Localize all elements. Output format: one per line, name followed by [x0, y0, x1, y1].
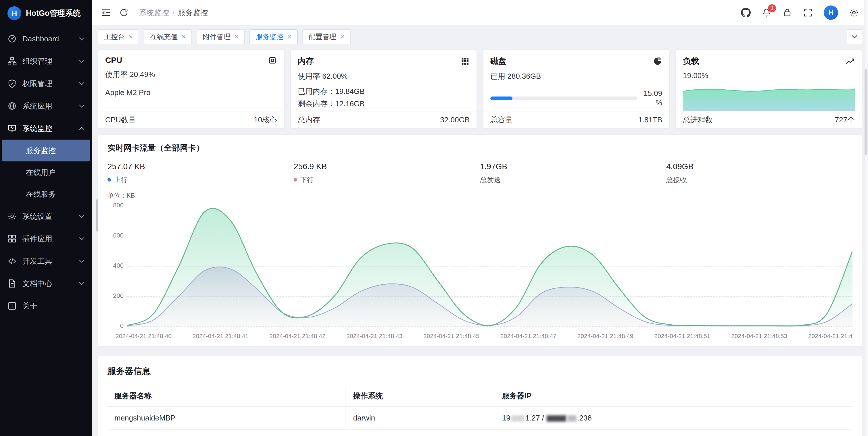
memory-card: 内存 使用率 62.00% 已用内存：19.84GB 剩余内存：12.16GB …	[290, 49, 477, 129]
y-axis-label: 400	[113, 262, 124, 269]
traffic-stats: 257.07 KB 上行 256.9 KB 下行 1.97GB 总发送 4.09…	[107, 162, 852, 185]
server-os-cell: darwin	[346, 406, 495, 430]
memory-footer-value: 32.00GB	[440, 115, 470, 124]
fullscreen-icon[interactable]	[803, 8, 813, 18]
tab-options-button[interactable]	[847, 29, 862, 44]
settings-gear-icon[interactable]	[849, 8, 859, 18]
memory-grid-icon	[460, 57, 470, 66]
disk-progress-track	[490, 97, 637, 100]
sidebar-item-dev-tools[interactable]: 开发工具	[0, 250, 92, 272]
chevron-down-icon	[79, 214, 85, 218]
logo-icon: H	[7, 6, 21, 20]
traffic-stat-sent: 1.97GB 总发送	[480, 162, 666, 185]
github-icon[interactable]	[741, 8, 751, 18]
org-tree-icon	[7, 57, 17, 66]
load-footer-value: 727个	[835, 115, 855, 125]
disk-footer-value: 1.81TB	[638, 115, 662, 124]
ip-redaction-mask	[567, 415, 577, 422]
memory-footer-label: 总内存	[298, 115, 320, 125]
breadcrumb-parent[interactable]: 系统监控	[139, 8, 169, 18]
x-axis-label: 2024-04-21 21:48:42	[270, 333, 326, 339]
traffic-chart: 8006004002000	[107, 200, 852, 330]
disk-percent: 15.09 %	[642, 89, 662, 107]
sidebar-item-plugins[interactable]: 插件应用	[0, 228, 92, 250]
close-icon[interactable]: ×	[340, 33, 344, 40]
disk-progress: 15.09 %	[490, 89, 662, 107]
chevron-down-icon	[79, 237, 85, 241]
app-logo[interactable]: H HotGo管理系统	[0, 0, 92, 26]
lock-icon[interactable]	[782, 8, 792, 18]
chevron-up-icon	[79, 126, 85, 130]
sidebar-item-permissions[interactable]: 权限管理	[0, 72, 92, 95]
close-icon[interactable]: ×	[235, 33, 239, 40]
breadcrumb-current[interactable]: 服务监控	[178, 8, 208, 18]
shield-icon	[7, 79, 17, 88]
traffic-stat-up: 257.07 KB 上行	[107, 162, 294, 185]
traffic-title: 实时网卡流量（全部网卡）	[107, 142, 852, 154]
app-title: HotGo管理系统	[26, 8, 81, 19]
memory-usage: 使用率 62.00%	[298, 71, 470, 81]
disk-progress-fill	[490, 97, 513, 100]
close-icon[interactable]: ×	[182, 33, 186, 40]
collapse-sidebar-icon[interactable]	[101, 8, 111, 18]
memory-free: 剩余内存：12.16GB	[298, 99, 470, 109]
chevron-down-icon	[79, 59, 85, 63]
tab-console[interactable]: 主控台 ×	[98, 29, 139, 44]
info-icon	[7, 301, 17, 310]
cpu-model: Apple M2 Pro	[105, 88, 277, 97]
sidebar-item-system-settings[interactable]: 系统设置	[0, 205, 92, 228]
sidebar-subitem-online-users[interactable]: 在线用户	[2, 161, 90, 183]
chevron-down-icon	[79, 37, 85, 41]
disk-used: 已用 280.36GB	[490, 71, 662, 81]
chevron-down-icon	[79, 281, 85, 286]
chevron-down-icon	[79, 259, 85, 263]
content-scrollbar-thumb[interactable]	[96, 199, 98, 232]
sidebar-item-organization[interactable]: 组织管理	[0, 50, 92, 72]
disk-card: 磁盘 已用 280.36GB 15.09 %	[483, 49, 670, 129]
cpu-usage: 使用率 20.49%	[105, 69, 277, 79]
trend-chart-icon	[845, 57, 855, 66]
avatar[interactable]: H	[824, 5, 838, 20]
column-header-os: 操作系统	[346, 386, 495, 406]
tab-online-recharge[interactable]: 在线充值 ×	[144, 29, 192, 44]
chart-y-axis: 8006004002000	[107, 200, 127, 330]
sidebar-item-docs[interactable]: 文档中心	[0, 272, 92, 295]
ip-redaction-mask	[547, 415, 566, 422]
tab-attachment-manage[interactable]: 附件管理 ×	[196, 29, 245, 44]
tab-config-manage[interactable]: 配置管理 ×	[302, 29, 351, 44]
sidebar-item-system-apps[interactable]: 系统应用	[0, 95, 92, 117]
column-header-server-ip: 服务器IP	[495, 386, 852, 406]
page-content: CPU 使用率 20.49% Apple M2 Pro CPU数量 10核心	[92, 48, 868, 436]
stat-cards-row: CPU 使用率 20.49% Apple M2 Pro CPU数量 10核心	[98, 49, 862, 129]
sidebar-item-dashboard[interactable]: Dashboard	[0, 28, 92, 50]
memory-card-title: 内存	[298, 56, 314, 67]
load-mini-chart	[683, 83, 855, 111]
legend-dot-up	[107, 178, 111, 181]
chevron-down-icon	[79, 104, 85, 108]
page-scrollbar-thumb[interactable]	[865, 69, 867, 155]
page-scrollbar[interactable]	[864, 0, 868, 436]
chevron-down-icon	[79, 81, 85, 86]
close-icon[interactable]: ×	[287, 33, 291, 40]
cpu-footer-value: 10核心	[254, 115, 277, 125]
traffic-stat-received: 4.09GB 总接收	[666, 162, 852, 185]
sidebar-item-system-monitor[interactable]: 系统监控	[0, 117, 92, 140]
load-card: 负载 19.00%	[676, 49, 862, 129]
sidebar-subitem-service-monitor[interactable]: 服务监控	[2, 140, 90, 161]
y-axis-label: 0	[120, 322, 124, 330]
server-info-title: 服务器信息	[107, 365, 852, 377]
x-axis-label: 2024-04-21 21:48:41	[192, 333, 249, 339]
refresh-icon[interactable]	[119, 8, 129, 18]
server-info-card: 服务器信息 服务器名称 操作系统 服务器IP mengshuaideMBP da…	[98, 355, 862, 436]
close-icon[interactable]: ×	[129, 33, 133, 40]
x-axis-label: 2024-04-21 21:48:53	[731, 333, 787, 339]
server-table: 服务器名称 操作系统 服务器IP mengshuaideMBP darwin 1…	[107, 386, 852, 430]
x-axis-label: 2024-04-21 21:48:49	[578, 333, 633, 339]
notifications-button[interactable]: 1	[762, 8, 771, 18]
tab-service-monitor[interactable]: 服务监控 ×	[249, 29, 298, 44]
sidebar-item-about[interactable]: 关于	[0, 295, 92, 317]
code-icon	[7, 257, 17, 266]
cpu-footer-label: CPU数量	[105, 115, 136, 125]
sidebar-subitem-online-services[interactable]: 在线服务	[2, 183, 90, 205]
load-value: 19.00%	[683, 71, 855, 80]
